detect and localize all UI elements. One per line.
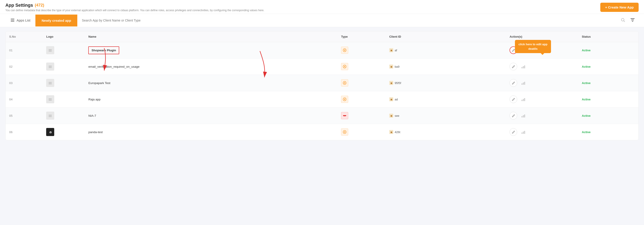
logo-dark: 🐼	[46, 128, 54, 136]
cell-logo	[42, 75, 85, 91]
svg-rect-35	[48, 116, 52, 117]
type-icon	[341, 46, 348, 54]
app-count: (472)	[35, 3, 44, 8]
analytics-button[interactable]	[520, 63, 527, 70]
edit-button[interactable]	[510, 79, 517, 87]
app-name: Raja app	[88, 98, 100, 101]
cell-clientid: ▣ 95f5f	[386, 75, 506, 91]
cell-sno: 04	[6, 91, 42, 108]
cell-actions	[506, 108, 578, 124]
svg-rect-14	[48, 68, 52, 68]
cell-logo: 🐼	[42, 124, 85, 140]
analytics-button[interactable]	[520, 128, 527, 136]
cell-status: Active	[578, 75, 638, 91]
svg-rect-32	[524, 98, 525, 101]
cell-status: Active	[578, 124, 638, 140]
apps-list-label: Apps List	[16, 18, 30, 22]
svg-rect-5	[48, 49, 52, 50]
cell-sno: 02	[6, 58, 42, 75]
status-badge: Active	[582, 81, 590, 85]
logo-placeholder	[46, 112, 54, 120]
client-id-value: ▣ 95f5f	[389, 81, 502, 85]
tooltip-line2: deatils	[528, 47, 538, 50]
cell-logo	[42, 108, 85, 124]
col-clientid: Client ID	[386, 31, 506, 42]
svg-text:🐼: 🐼	[49, 131, 52, 134]
svg-rect-0	[11, 18, 14, 19]
svg-rect-24	[523, 82, 524, 85]
type-icon	[341, 128, 348, 136]
cell-logo	[42, 42, 85, 58]
svg-rect-28	[48, 100, 52, 100]
status-badge: Active	[582, 65, 590, 68]
client-id-icon: ▣	[389, 114, 393, 118]
action-buttons	[510, 112, 574, 120]
svg-rect-31	[523, 99, 524, 101]
app-name: panda-test	[88, 130, 103, 134]
cell-sno: 03	[6, 75, 42, 91]
edit-button[interactable]	[510, 128, 517, 136]
table-row: 04 Raja app ▣ ad	[6, 91, 638, 108]
action-buttons	[510, 79, 574, 87]
cell-actions	[506, 75, 578, 91]
cell-name: Europapark Test	[85, 75, 338, 91]
tab-apps-list[interactable]: Apps List	[6, 14, 36, 27]
svg-rect-38	[522, 116, 522, 118]
filter-icon[interactable]	[626, 16, 635, 25]
cell-type	[338, 58, 386, 75]
page-header: App Settings (472) You can define metada…	[0, 0, 644, 14]
cell-clientid: ▣ ba9	[386, 58, 506, 75]
tab-newly-created[interactable]: Newly created app	[36, 14, 78, 26]
cell-logo	[42, 58, 85, 75]
tabs-bar: Apps List Newly created app	[0, 14, 644, 27]
svg-rect-33	[48, 115, 52, 115]
newly-created-label: Newly created app	[42, 18, 71, 22]
cell-actions	[506, 124, 578, 140]
action-buttons	[510, 128, 574, 136]
col-logo: Logo	[42, 31, 85, 42]
analytics-button[interactable]	[520, 79, 527, 87]
client-id-value: ▣ ad	[389, 97, 502, 101]
status-badge: Active	[582, 49, 590, 52]
title-text: App Settings	[6, 3, 33, 8]
analytics-button[interactable]	[520, 112, 527, 120]
svg-rect-30	[522, 100, 522, 101]
table-row: 05 NIA-7 </> ▣ see	[6, 108, 638, 124]
edit-button[interactable]	[510, 112, 517, 120]
svg-rect-39	[523, 115, 524, 118]
cell-clientid: ▣ af	[386, 42, 506, 58]
svg-rect-21	[48, 84, 52, 84]
search-input[interactable]	[81, 17, 626, 24]
app-name: NIA-7	[88, 114, 96, 118]
status-badge: Active	[582, 98, 590, 101]
col-sno: S.No	[6, 31, 42, 42]
stack-icon	[10, 18, 15, 22]
search-icon[interactable]	[621, 18, 625, 23]
edit-button[interactable]	[510, 63, 517, 70]
svg-rect-27	[48, 99, 52, 100]
svg-rect-16	[522, 67, 522, 68]
cell-sno: 05	[6, 108, 42, 124]
client-id-icon: ▣	[389, 81, 393, 85]
analytics-button[interactable]	[520, 96, 527, 103]
client-id-icon: ▣	[389, 97, 393, 101]
create-new-app-button[interactable]: + Create New App	[600, 3, 638, 12]
table-row: 02 email_verification_required_on_usage	[6, 58, 638, 75]
cell-name: Shopware Plugin	[85, 42, 338, 58]
cell-clientid: ▣ see	[386, 108, 506, 124]
search-area	[77, 16, 638, 25]
type-icon	[341, 96, 348, 103]
cell-type	[338, 75, 386, 91]
cell-type	[338, 42, 386, 58]
svg-rect-7	[48, 51, 52, 52]
cell-clientid: ▣ ad	[386, 91, 506, 108]
edit-button[interactable]	[510, 96, 517, 103]
cell-status: Active	[578, 42, 638, 58]
svg-rect-23	[522, 83, 522, 85]
tooltip-box: click here to edit app deatils	[515, 40, 551, 53]
action-buttons	[510, 63, 574, 70]
svg-rect-18	[524, 66, 525, 68]
cell-name: panda-test	[85, 124, 338, 140]
col-name: Name	[85, 31, 338, 42]
svg-rect-1	[11, 20, 14, 20]
